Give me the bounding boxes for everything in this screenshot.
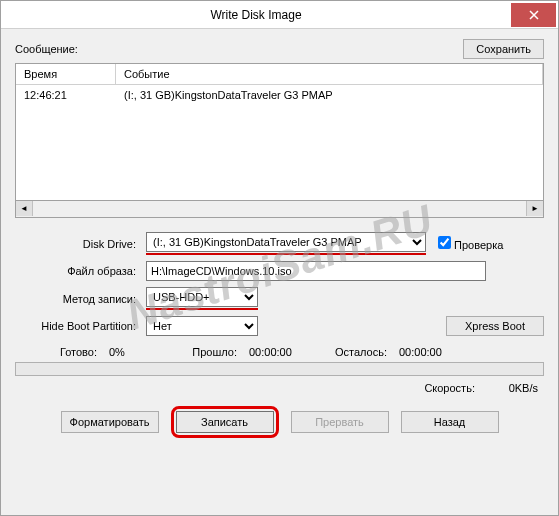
titlebar: Write Disk Image bbox=[1, 1, 558, 29]
write-method-select[interactable]: USB-HDD+ bbox=[146, 287, 258, 307]
status-row: Готово: 0% Прошло: 00:00:00 Осталось: 00… bbox=[15, 346, 544, 358]
hide-boot-row: Hide Boot Partition: Нет Xpress Boot bbox=[15, 316, 544, 336]
disk-drive-select[interactable]: (I:, 31 GB)KingstonDataTraveler G3 PMAP bbox=[146, 232, 426, 252]
window: Write Disk Image Сообщение: Сохранить Вр… bbox=[0, 0, 559, 516]
image-file-row: Файл образа: bbox=[15, 261, 544, 281]
button-row: Форматировать Записать Прервать Назад bbox=[15, 406, 544, 438]
status-remaining-label: Осталось: bbox=[313, 346, 393, 358]
hide-boot-select[interactable]: Нет bbox=[146, 316, 258, 336]
scroll-right-arrow[interactable]: ► bbox=[526, 201, 543, 216]
column-time[interactable]: Время bbox=[16, 64, 116, 84]
column-event[interactable]: Событие bbox=[116, 64, 543, 84]
window-title: Write Disk Image bbox=[1, 8, 511, 22]
content-area: Сообщение: Сохранить Время Событие 12:46… bbox=[1, 29, 558, 448]
status-remaining-value: 00:00:00 bbox=[393, 346, 463, 358]
close-icon bbox=[529, 10, 539, 20]
verify-checkbox[interactable] bbox=[438, 236, 451, 249]
log-row[interactable]: 12:46:21 (I:, 31 GB)KingstonDataTraveler… bbox=[16, 85, 543, 105]
speed-row: Скорость: 0KB/s bbox=[15, 382, 544, 394]
red-underline bbox=[146, 253, 426, 255]
form-area: Disk Drive: (I:, 31 GB)KingstonDataTrave… bbox=[15, 232, 544, 438]
format-button[interactable]: Форматировать bbox=[61, 411, 159, 433]
status-elapsed-label: Прошло: bbox=[163, 346, 243, 358]
disk-drive-row: Disk Drive: (I:, 31 GB)KingstonDataTrave… bbox=[15, 232, 544, 255]
hide-boot-label: Hide Boot Partition: bbox=[15, 320, 140, 332]
horizontal-scrollbar[interactable]: ◄ ► bbox=[15, 201, 544, 218]
write-button[interactable]: Записать bbox=[176, 411, 274, 433]
write-method-label: Метод записи: bbox=[15, 293, 140, 305]
red-underline bbox=[146, 308, 258, 310]
scroll-track[interactable] bbox=[33, 201, 526, 217]
close-button[interactable] bbox=[511, 3, 556, 27]
status-ready-label: Готово: bbox=[15, 346, 103, 358]
image-file-label: Файл образа: bbox=[15, 265, 140, 277]
write-method-row: Метод записи: USB-HDD+ bbox=[15, 287, 544, 310]
log-table: Время Событие 12:46:21 (I:, 31 GB)Kingst… bbox=[15, 63, 544, 201]
highlight-ring: Записать bbox=[171, 406, 279, 438]
speed-label: Скорость: bbox=[424, 382, 475, 394]
back-button[interactable]: Назад bbox=[401, 411, 499, 433]
save-button[interactable]: Сохранить bbox=[463, 39, 544, 59]
verify-checkbox-wrap[interactable]: Проверка bbox=[438, 236, 503, 251]
status-percent: 0% bbox=[103, 346, 163, 358]
xpress-boot-button[interactable]: Xpress Boot bbox=[446, 316, 544, 336]
log-cell-time: 12:46:21 bbox=[16, 85, 116, 105]
verify-label: Проверка bbox=[454, 239, 503, 251]
scroll-left-arrow[interactable]: ◄ bbox=[16, 201, 33, 216]
speed-value: 0KB/s bbox=[478, 382, 538, 394]
progress-bar bbox=[15, 362, 544, 376]
log-cell-event: (I:, 31 GB)KingstonDataTraveler G3 PMAP bbox=[116, 85, 543, 105]
message-label: Сообщение: bbox=[15, 43, 78, 55]
log-body: 12:46:21 (I:, 31 GB)KingstonDataTraveler… bbox=[16, 85, 543, 200]
message-header-row: Сообщение: Сохранить bbox=[15, 39, 544, 59]
disk-drive-label: Disk Drive: bbox=[15, 238, 140, 250]
abort-button: Прервать bbox=[291, 411, 389, 433]
log-header: Время Событие bbox=[16, 64, 543, 85]
status-elapsed-value: 00:00:00 bbox=[243, 346, 313, 358]
image-file-input[interactable] bbox=[146, 261, 486, 281]
